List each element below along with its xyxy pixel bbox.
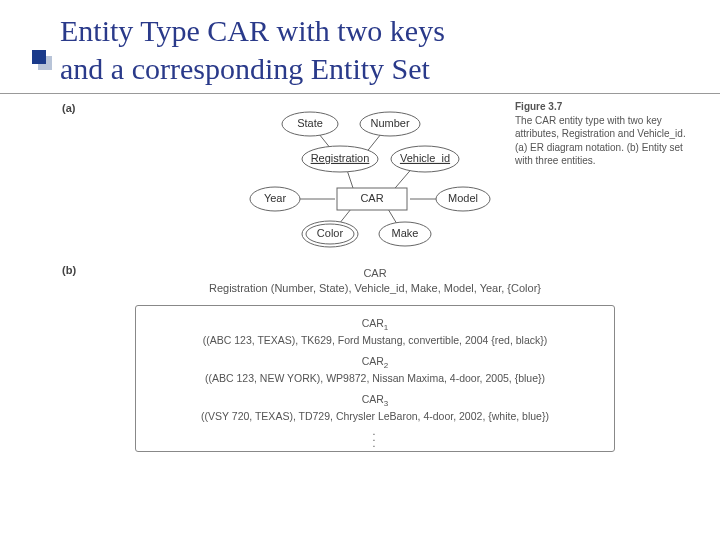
entity-3-name: CAR [362, 393, 384, 405]
entity-1-name: CAR [362, 317, 384, 329]
entity-car: CAR [360, 192, 383, 204]
title-block: Entity Type CAR with two keys and a corr… [0, 0, 720, 94]
page-title: Entity Type CAR with two keys and a corr… [60, 12, 690, 87]
attr-number: Number [370, 117, 409, 129]
schema-line: Registration (Number, State), Vehicle_id… [209, 282, 541, 294]
entity-3-sub: 3 [384, 399, 388, 408]
attr-color: Color [317, 227, 344, 239]
title-line-1: Entity Type CAR with two keys [60, 14, 445, 47]
entity-2-sub: 2 [384, 361, 388, 370]
entity-2-tuple: ((ABC 123, NEW YORK), WP9872, Nissan Max… [205, 372, 545, 384]
label-b: (b) [62, 264, 76, 276]
content-area: (a) Figure 3.7 The CAR entity type with … [0, 94, 720, 462]
entity-1: CAR1 ((ABC 123, TEXAS), TK629, Ford Must… [148, 316, 602, 348]
figure-number: Figure 3.7 [515, 101, 562, 112]
attr-model: Model [448, 192, 478, 204]
figure-caption: Figure 3.7 The CAR entity type with two … [515, 100, 690, 168]
attr-vehicle-id: Vehicle_id [400, 152, 450, 164]
title-line-2: and a corresponding Entity Set [60, 52, 430, 85]
title-bullet-icon [32, 50, 46, 64]
figure-text: The CAR entity type with two key attribu… [515, 115, 686, 167]
entity-2-name: CAR [362, 355, 384, 367]
entity-1-tuple: ((ABC 123, TEXAS), TK629, Ford Mustang, … [203, 334, 548, 346]
er-diagram: State Number Registration Vehicle_id Yea… [225, 104, 525, 254]
entity-3: CAR3 ((VSY 720, TEXAS), TD729, Chrysler … [148, 392, 602, 424]
entity-2: CAR2 ((ABC 123, NEW YORK), WP9872, Nissa… [148, 354, 602, 386]
schema-name: CAR [363, 267, 386, 279]
schema-text: CAR Registration (Number, State), Vehicl… [60, 266, 690, 297]
attr-registration: Registration [311, 152, 370, 164]
entity-3-tuple: ((VSY 720, TEXAS), TD729, Chrysler LeBar… [201, 410, 549, 422]
attr-year: Year [264, 192, 287, 204]
attr-make: Make [392, 227, 419, 239]
attr-state: State [297, 117, 323, 129]
entity-1-sub: 1 [384, 323, 388, 332]
label-a: (a) [62, 102, 75, 114]
ellipsis-icon: . . . [148, 428, 602, 447]
entity-set-box: CAR1 ((ABC 123, TEXAS), TK629, Ford Must… [135, 305, 615, 452]
